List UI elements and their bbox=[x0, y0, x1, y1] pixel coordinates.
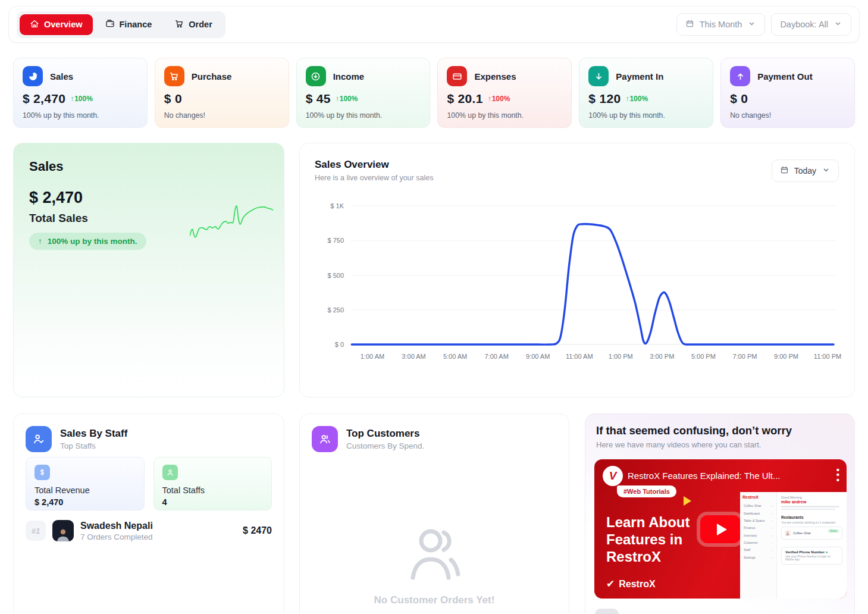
arrow-up-icon: ↑ bbox=[70, 95, 74, 103]
tab-overview[interactable]: Overview bbox=[20, 14, 93, 35]
kebab-menu-icon[interactable]: ••• bbox=[836, 468, 839, 483]
mini-sidebar-item: Settings› bbox=[742, 554, 774, 561]
x-axis-tick: 7:00 AM bbox=[484, 353, 508, 360]
total-staffs-tile: Total Staffs 4 bbox=[153, 457, 272, 510]
restrox-wordmark: ✔ RestroX bbox=[606, 578, 656, 590]
mini-sidebar-item: Customer› bbox=[742, 539, 774, 546]
y-axis-tick: $ 500 bbox=[327, 272, 344, 279]
delta-up-badge: ↑100% bbox=[336, 95, 358, 103]
x-axis-tick: 1:00 AM bbox=[361, 353, 384, 360]
arrow-up-icon: ↑ bbox=[38, 237, 42, 246]
tab-order[interactable]: Order bbox=[164, 14, 223, 35]
stat-card-sales[interactable]: Sales $ 2,470 ↑100% 100% up by this mont… bbox=[13, 58, 148, 128]
total-revenue-value: $ 2,470 bbox=[35, 497, 136, 507]
person-check-icon bbox=[26, 426, 52, 452]
arrow-down-icon bbox=[588, 66, 609, 86]
avatar bbox=[52, 520, 74, 541]
staff-amount: $ 2470 bbox=[243, 525, 272, 536]
delta-up-badge: ↑100% bbox=[488, 95, 510, 103]
period-filter-label: This Month bbox=[700, 20, 742, 29]
cart-icon bbox=[174, 19, 184, 30]
y-axis-tick: $ 250 bbox=[327, 306, 344, 314]
mini-sidebar-item: Staff› bbox=[742, 546, 774, 553]
arrow-up-icon: ↑ bbox=[336, 95, 339, 103]
mini-sidebar-item: Inventory› bbox=[742, 532, 774, 539]
stat-note: 100% up by this month. bbox=[23, 111, 138, 120]
restrox-logo-icon: ✔ bbox=[606, 578, 615, 590]
help-card-subtitle: Here we have many videos where you can s… bbox=[596, 440, 761, 449]
restrox-logo-icon: V bbox=[603, 466, 623, 486]
sales-by-staff-subtitle: Top Staffs bbox=[60, 441, 127, 450]
video-thumbnail[interactable]: V RestroX Features Explained: The Ult...… bbox=[594, 459, 847, 599]
help-video-card: If that seemed confusing, don’t worry He… bbox=[585, 413, 855, 614]
stat-value: $ 120 bbox=[588, 92, 621, 106]
stat-value: $ 2,470 bbox=[23, 92, 65, 106]
calendar-icon bbox=[685, 19, 694, 30]
total-revenue-label: Total Revenue bbox=[35, 485, 136, 495]
stat-card-row: Sales $ 2,470 ↑100% 100% up by this mont… bbox=[13, 58, 855, 128]
tab-overview-label: Overview bbox=[44, 20, 83, 29]
x-axis-tick: 3:00 PM bbox=[650, 353, 674, 360]
daybook-filter-label: Daybook: All bbox=[780, 20, 828, 29]
sales-summary-card: Sales $ 2,470 Total Sales ↑ 100% up by t… bbox=[13, 143, 284, 397]
x-axis-tick: 7:00 PM bbox=[732, 353, 757, 360]
total-revenue-tile: Total Revenue $ 2,470 bbox=[26, 457, 145, 510]
dollar-icon bbox=[35, 465, 50, 480]
x-axis-tick: 5:00 PM bbox=[691, 353, 716, 360]
stat-note: 100% up by this month. bbox=[447, 111, 562, 120]
y-axis-tick: $ 1K bbox=[330, 202, 344, 209]
stat-title: Expenses bbox=[474, 71, 516, 82]
table-row-staff-1[interactable]: #1 Swadesh Nepali 7 Orders Completed $ 2… bbox=[26, 520, 272, 541]
x-axis-tick: 1:00 PM bbox=[609, 353, 633, 360]
stat-card-income[interactable]: Income $ 45 ↑100% 100% up by this month. bbox=[296, 58, 431, 128]
arrow-up-icon: ↑ bbox=[625, 95, 629, 103]
tab-group: Overview Finance Order bbox=[17, 11, 225, 38]
tab-order-label: Order bbox=[189, 20, 212, 29]
person-icon bbox=[162, 465, 178, 480]
staff-name: Swadesh Nepali bbox=[80, 521, 153, 531]
mini-sidebar-items: Coffee Ghar›Dashboard›Table & Space›Fina… bbox=[742, 502, 774, 561]
mini-sidebar-item: Dashboard› bbox=[742, 509, 774, 516]
staff-orders: 7 Orders Completed bbox=[80, 532, 153, 541]
people-icon bbox=[312, 426, 338, 452]
total-staffs-value: 4 bbox=[162, 497, 264, 507]
top-customers-title: Top Customers bbox=[346, 428, 424, 440]
delta-up-badge: ↑100% bbox=[625, 95, 648, 103]
mini-sidebar-item: Coffee Ghar› bbox=[742, 502, 774, 509]
x-axis-tick: 3:00 AM bbox=[402, 353, 425, 360]
mini-sidebar-item: Table & Space› bbox=[742, 517, 774, 524]
stat-card-purchase[interactable]: Purchase $ 0 No changes! bbox=[155, 58, 289, 128]
stat-note: 100% up by this month. bbox=[588, 111, 704, 120]
total-sales-label: Total Sales bbox=[29, 212, 88, 225]
yellow-arrow-icon bbox=[684, 496, 691, 506]
mini-sidebar-item: Finance› bbox=[742, 524, 774, 531]
truncated-badge bbox=[595, 609, 619, 614]
play-button[interactable] bbox=[700, 515, 741, 543]
x-axis-tick: 11:00 AM bbox=[566, 353, 593, 360]
pie-chart-icon bbox=[23, 66, 43, 86]
stat-note: No changes! bbox=[164, 111, 280, 120]
x-axis-tick: 9:00 AM bbox=[526, 353, 550, 360]
stat-card-expenses[interactable]: Expenses $ 20.1 ↑100% 100% up by this mo… bbox=[437, 58, 572, 128]
daybook-filter-dropdown[interactable]: Daybook: All bbox=[771, 13, 851, 36]
help-card-title: If that seemed confusing, don’t worry bbox=[596, 424, 792, 437]
x-axis-tick: 11:00 PM bbox=[814, 353, 841, 360]
coin-in-icon bbox=[306, 66, 326, 86]
stat-card-payment-in[interactable]: Payment In $ 120 ↑100% 100% up by this m… bbox=[579, 58, 713, 128]
wallet-icon bbox=[105, 19, 115, 30]
x-axis-tick: 5:00 AM bbox=[443, 353, 467, 360]
stat-value: $ 0 bbox=[164, 92, 182, 106]
stat-value: $ 20.1 bbox=[447, 92, 482, 106]
sales-sparkline bbox=[190, 203, 273, 245]
video-title: RestroX Features Explained: The Ult... bbox=[628, 471, 812, 481]
sales-summary-title: Sales bbox=[29, 159, 64, 174]
stat-card-payment-out[interactable]: Payment Out $ 0 No changes! bbox=[720, 58, 855, 128]
tab-finance[interactable]: Finance bbox=[95, 14, 162, 35]
total-staffs-label: Total Staffs bbox=[162, 485, 264, 495]
period-filter-dropdown[interactable]: This Month bbox=[676, 13, 766, 36]
rank-badge: #1 bbox=[26, 521, 46, 541]
stat-value: $ 45 bbox=[306, 92, 331, 106]
arrow-up-icon: ↑ bbox=[488, 95, 491, 103]
empty-state: No Customer Orders Yet! bbox=[300, 524, 569, 606]
app-preview-screenshot: RestroX Coffee Ghar›Dashboard›Table & Sp… bbox=[740, 492, 847, 599]
